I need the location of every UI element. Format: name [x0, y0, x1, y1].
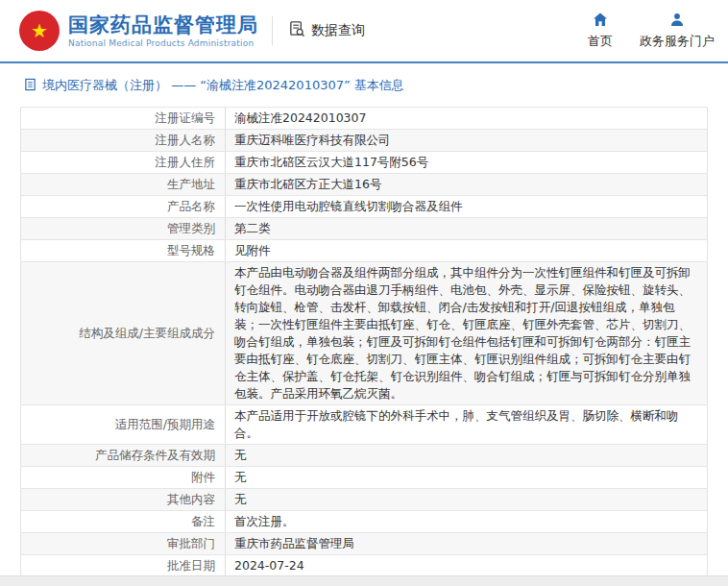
row-value: 2024-07-24 — [226, 555, 708, 577]
row-value: 重庆迈科唯医疗科技有限公司 — [226, 130, 708, 152]
table-row: 注册人名称重庆迈科唯医疗科技有限公司 — [21, 130, 708, 152]
row-value: 第二类 — [226, 218, 708, 240]
table-row: 产品名称一次性使用电动腔镜直线切割吻合器及组件 — [21, 196, 708, 218]
table-row: 附件无 — [21, 467, 708, 489]
nav-item-home[interactable]: 首页 — [588, 12, 613, 50]
data-query-button[interactable]: 数据查询 — [288, 20, 365, 41]
site-subtitle: National Medical Products Administration — [68, 38, 258, 48]
row-label: 管理类别 — [21, 218, 226, 240]
site-logo[interactable]: ★ 国家药品监督管理局 National Medical Products Ad… — [19, 11, 258, 51]
table-row: 产品储存条件及有效期无 — [21, 445, 708, 467]
table-row: 备注首次注册。 — [21, 511, 708, 533]
row-label: 其他内容 — [21, 489, 226, 511]
national-emblem-icon: ★ — [19, 11, 60, 51]
row-value: 重庆市北碚区方正大道16号 — [226, 174, 708, 196]
row-label: 注册证编号 — [21, 108, 226, 130]
row-value: 见附件 — [226, 240, 708, 262]
row-value: 渝械注准20242010307 — [226, 108, 708, 130]
table-row: 生产地址重庆市北碚区方正大道16号 — [21, 174, 708, 196]
row-value: 无 — [226, 467, 708, 489]
info-table-body: 注册证编号渝械注准20242010307注册人名称重庆迈科唯医疗科技有限公司注册… — [21, 108, 708, 586]
nav-portal-label: 政务服务门户 — [640, 33, 715, 50]
nav-item-service-portal[interactable]: 政务服务门户 — [640, 12, 715, 50]
row-label: 注册人名称 — [21, 130, 226, 152]
table-row: 型号规格见附件 — [21, 240, 708, 262]
row-value: 重庆市药品监督管理局 — [226, 533, 708, 555]
footer-strip — [0, 575, 728, 586]
row-label: 产品名称 — [21, 196, 226, 218]
row-value: 本产品由电动吻合器及组件两部分组成，其中组件分为一次性钉匣组件和钉匣及可拆卸钉仓… — [226, 262, 708, 405]
info-table: 注册证编号渝械注准20242010307注册人名称重庆迈科唯医疗科技有限公司注册… — [20, 107, 708, 586]
breadcrumb-text: 境内医疗器械（注册） —— “渝械注准20242010307” 基本信息 — [42, 77, 404, 94]
row-label: 生产地址 — [21, 174, 226, 196]
row-label: 适用范围/预期用途 — [21, 405, 226, 445]
table-row: 批准日期2024-07-24 — [21, 555, 708, 577]
site-header: ★ 国家药品监督管理局 National Medical Products Ad… — [0, 0, 728, 63]
header-divider — [272, 16, 273, 45]
row-label: 产品储存条件及有效期 — [21, 445, 226, 467]
row-label: 附件 — [21, 467, 226, 489]
user-icon — [669, 12, 685, 33]
table-row: 管理类别第二类 — [21, 218, 708, 240]
row-value: 本产品适用于开放或腔镜下的外科手术中，肺、支气管组织及胃、肠切除、横断和吻合。 — [226, 405, 708, 445]
nav-home-label: 首页 — [588, 33, 613, 50]
table-row: 适用范围/预期用途本产品适用于开放或腔镜下的外科手术中，肺、支气管组织及胃、肠切… — [21, 405, 708, 445]
row-label: 结构及组成/主要组成成分 — [21, 262, 226, 405]
row-label: 批准日期 — [21, 555, 226, 577]
document-icon — [24, 78, 36, 94]
row-label: 审批部门 — [21, 533, 226, 555]
site-title: 国家药品监督管理局 — [68, 13, 258, 37]
breadcrumb: 境内医疗器械（注册） —— “渝械注准20242010307” 基本信息 — [24, 77, 728, 94]
row-value: 首次注册。 — [226, 511, 708, 533]
data-query-label: 数据查询 — [311, 22, 365, 39]
row-value: 无 — [226, 489, 708, 511]
table-row: 审批部门重庆市药品监督管理局 — [21, 533, 708, 555]
row-label: 备注 — [21, 511, 226, 533]
row-value: 重庆市北碚区云汉大道117号附56号 — [226, 152, 708, 174]
home-icon — [593, 12, 608, 33]
row-label: 注册人住所 — [21, 152, 226, 174]
table-row: 其他内容无 — [21, 489, 708, 511]
table-row: 注册人住所重庆市北碚区云汉大道117号附56号 — [21, 152, 708, 174]
data-query-icon — [288, 20, 306, 41]
table-row: 注册证编号渝械注准20242010307 — [21, 108, 708, 130]
table-row: 结构及组成/主要组成成分本产品由电动吻合器及组件两部分组成，其中组件分为一次性钉… — [21, 262, 708, 405]
row-value: 无 — [226, 445, 708, 467]
row-label: 型号规格 — [21, 240, 226, 262]
row-value: 一次性使用电动腔镜直线切割吻合器及组件 — [226, 196, 708, 218]
